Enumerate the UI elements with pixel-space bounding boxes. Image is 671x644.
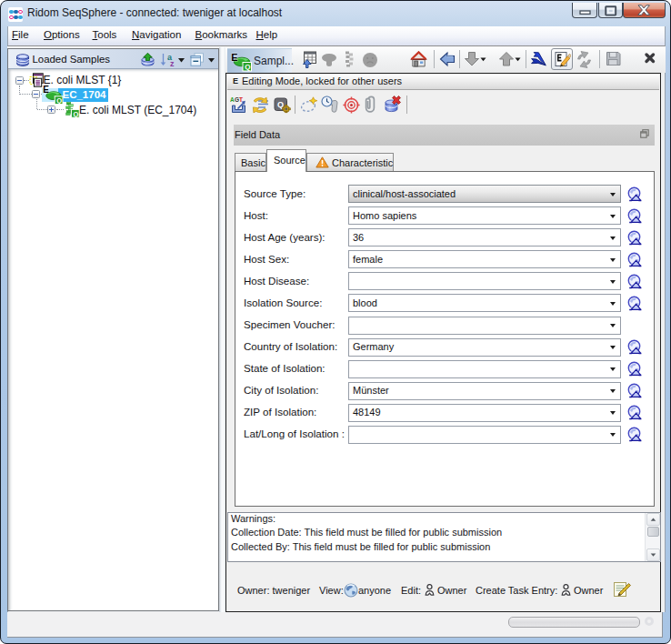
svg-text:Q: Q	[245, 63, 250, 71]
svg-text:Q: Q	[73, 110, 78, 118]
svg-text:E: E	[43, 85, 49, 95]
svg-text:Q: Q	[277, 100, 284, 109]
svg-text:E: E	[231, 52, 237, 63]
svg-text:z: z	[170, 59, 175, 67]
svg-text:Q: Q	[56, 96, 62, 105]
